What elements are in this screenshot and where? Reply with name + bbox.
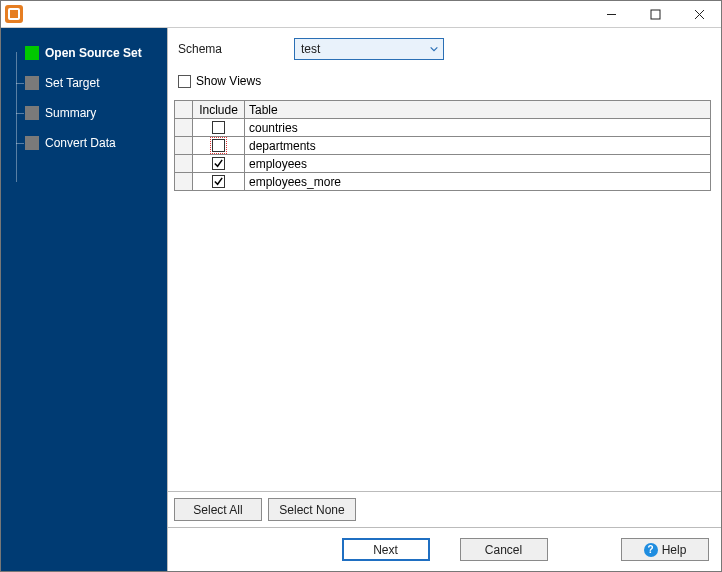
main-panel: Schema test Show Views Include: [167, 28, 721, 571]
include-checkbox[interactable]: [212, 139, 225, 152]
schema-select[interactable]: test: [294, 38, 444, 60]
table-name-cell[interactable]: employees_more: [245, 173, 711, 191]
wizard-sidebar: Open Source SetSet TargetSummaryConvert …: [1, 28, 167, 571]
minimize-button[interactable]: [589, 1, 633, 28]
column-header-table[interactable]: Table: [245, 101, 711, 119]
tables-grid: Include Table countriesdepartmentsemploy…: [174, 100, 711, 191]
step-label: Convert Data: [45, 136, 116, 150]
include-cell[interactable]: [193, 155, 245, 173]
select-none-button[interactable]: Select None: [268, 498, 356, 521]
step-label: Open Source Set: [45, 46, 142, 60]
select-all-button[interactable]: Select All: [174, 498, 262, 521]
row-header[interactable]: [175, 173, 193, 191]
table-row: countries: [175, 119, 711, 137]
selection-bar: Select All Select None: [168, 491, 721, 527]
app-window: Open Source SetSet TargetSummaryConvert …: [0, 0, 722, 572]
row-header[interactable]: [175, 155, 193, 173]
wizard-footer: Next Cancel ? Help: [168, 527, 721, 571]
step-indicator: [25, 76, 39, 90]
include-cell[interactable]: [193, 173, 245, 191]
wizard-step[interactable]: Convert Data: [1, 128, 167, 158]
table-row: employees_more: [175, 173, 711, 191]
wizard-step[interactable]: Summary: [1, 98, 167, 128]
step-indicator: [25, 136, 39, 150]
step-indicator: [25, 46, 39, 60]
row-header[interactable]: [175, 119, 193, 137]
help-button[interactable]: ? Help: [621, 538, 709, 561]
maximize-button[interactable]: [633, 1, 677, 28]
show-views-checkbox[interactable]: [178, 75, 191, 88]
wizard-step[interactable]: Open Source Set: [1, 38, 167, 68]
help-icon: ?: [644, 543, 658, 557]
step-label: Summary: [45, 106, 96, 120]
titlebar: [1, 1, 721, 28]
schema-value: test: [301, 42, 320, 56]
column-header-include[interactable]: Include: [193, 101, 245, 119]
table-name-cell[interactable]: countries: [245, 119, 711, 137]
show-views-label: Show Views: [196, 74, 261, 88]
include-cell[interactable]: [193, 119, 245, 137]
cancel-button[interactable]: Cancel: [460, 538, 548, 561]
include-checkbox[interactable]: [212, 121, 225, 134]
table-name-cell[interactable]: departments: [245, 137, 711, 155]
include-checkbox[interactable]: [212, 157, 225, 170]
app-icon: [5, 5, 23, 23]
include-cell[interactable]: [193, 137, 245, 155]
wizard-step[interactable]: Set Target: [1, 68, 167, 98]
include-checkbox[interactable]: [212, 175, 225, 188]
row-header[interactable]: [175, 137, 193, 155]
table-row: departments: [175, 137, 711, 155]
step-indicator: [25, 106, 39, 120]
close-button[interactable]: [677, 1, 721, 28]
table-name-cell[interactable]: employees: [245, 155, 711, 173]
table-row: employees: [175, 155, 711, 173]
grid-corner: [175, 101, 193, 119]
next-button[interactable]: Next: [342, 538, 430, 561]
step-label: Set Target: [45, 76, 99, 90]
chevron-down-icon: [429, 44, 439, 54]
schema-label: Schema: [178, 42, 294, 56]
svg-rect-1: [651, 10, 660, 19]
